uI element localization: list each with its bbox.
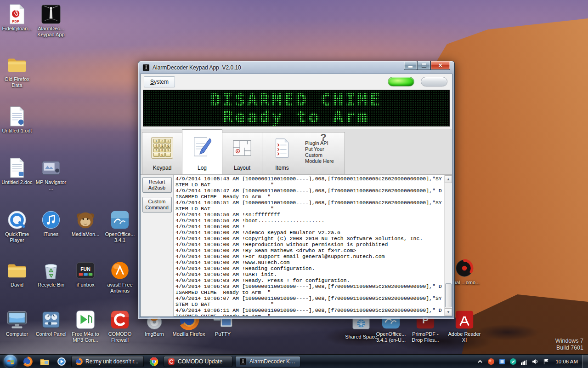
desktop-icon[interactable]: MP Navigator ... [34, 157, 68, 191]
desktop-icon-label: David [0, 282, 34, 288]
log-view: Restart Ad2usbCustom Command 4/9/2014 10… [141, 175, 452, 316]
tab-log[interactable]: Log [182, 129, 222, 174]
adobereader-icon [454, 309, 475, 330]
tab-keypad-label: Keypad [153, 163, 172, 174]
svg-text:PDF: PDF [12, 19, 19, 23]
desktop-icon[interactable]: Computer [0, 309, 34, 337]
log-output[interactable]: 4/9/2014 10:05:43 AM [1000000110010000--… [174, 175, 452, 316]
desktop-icon[interactable]: FUN iFunbox [69, 260, 102, 288]
tray-app-icon-teal[interactable] [509, 358, 517, 365]
desktop-icon-label: iTunes [34, 231, 68, 237]
log-line: 4/9/2014 10:06:00 AM !Copyright (C) 2008… [175, 236, 443, 242]
taskbar-clock[interactable]: 10:06 AM [555, 359, 578, 364]
log-text: 4/9/2014 10:05:43 AM [1000000110010000--… [175, 176, 443, 316]
tab-layout[interactable]: Layout [222, 132, 262, 174]
taskbar-button-label: COMODO Update [178, 358, 222, 365]
action-center-flag-icon[interactable] [543, 358, 550, 365]
taskbar-button[interactable]: AlarmDecoder Keypa... [235, 356, 300, 367]
keypad-icon: 1234567890 [153, 139, 171, 157]
desktop-icon[interactable]: OpenOffice... 3.4.1 [103, 209, 136, 243]
tab-items[interactable]: Items [262, 132, 302, 174]
desktop-icon[interactable]: Free M4a to MP3 Con... [69, 309, 102, 343]
show-hidden-icons-chevron[interactable] [476, 358, 484, 365]
log-line: 4/9/2014 10:05:56 AM !boot..............… [175, 218, 443, 224]
log-scrollbar[interactable]: ▲ ▼ [444, 175, 452, 316]
taskbar-pinned-chrome[interactable] [147, 356, 161, 368]
start-button[interactable] [4, 355, 17, 368]
taskbar-pinned-explorer[interactable] [37, 356, 51, 368]
menu-system[interactable]: System [144, 76, 175, 87]
status-led-green[interactable] [388, 77, 414, 86]
desktop-icon[interactable]: AlarmDec... Keypad App [34, 4, 68, 38]
network-icon[interactable] [520, 358, 528, 365]
taskbar-button[interactable]: COMODO Update [164, 356, 232, 367]
toolbar-filler [345, 129, 452, 174]
log-line: 4/9/2014 10:06:11 AM [1000000110010000--… [175, 307, 443, 316]
tab-keypad[interactable]: 1234567890 Keypad [142, 132, 182, 174]
log-line: 4/9/2014 10:06:07 AM [1000000110010000--… [175, 295, 443, 307]
desktop-icon-label: PrimoPDF - Drop Files... [409, 331, 442, 343]
maximize-button[interactable] [417, 61, 430, 70]
tray-app-icon-orange[interactable] [487, 358, 495, 365]
desktop-icon[interactable]: Old Firefox Data [0, 54, 34, 88]
log-line: 4/9/2014 10:06:00 AM !UART init. [175, 271, 443, 277]
desktop-icon-label: Recycle Bin [34, 282, 68, 288]
display-line-1: DISARMED CHIME [143, 91, 449, 108]
log-line: 4/9/2014 10:05:47 AM [1000000110010000--… [175, 188, 443, 200]
layout-icon [222, 132, 262, 163]
minimize-button[interactable] [404, 61, 417, 70]
caption-buttons: × [404, 61, 450, 70]
desktop-icon[interactable]: QuickTime Player [0, 209, 34, 243]
log-icon [182, 130, 222, 163]
view-toolbar: 1234567890 Keypad Log Layout Items [141, 129, 452, 175]
desktop-icon[interactable]: Recycle Bin [34, 260, 68, 288]
comodo-icon [168, 358, 175, 365]
show-desktop-button[interactable] [582, 355, 588, 368]
status-led-gray[interactable] [421, 77, 447, 86]
log-line: 4/9/2014 10:06:00 AM !Reproduction witho… [175, 242, 443, 247]
status-toggles [388, 77, 447, 86]
taskbar-pinned-firefox[interactable] [20, 356, 34, 368]
tray-app-icon-blue[interactable] [498, 358, 506, 365]
pdf-icon: PDF [6, 4, 28, 25]
comodo-icon [109, 309, 130, 330]
desktop-icon[interactable]: PDF Fidelityloan... [0, 4, 34, 32]
plugin-line: Module Here [305, 158, 342, 164]
log-line: 4/9/2014 10:05:51 AM [1000000110010000--… [175, 200, 443, 212]
controlpanel-icon [40, 309, 62, 330]
log-sidebar: Restart Ad2usbCustom Command [141, 175, 174, 316]
desktop-icon[interactable]: COMODO Firewall [103, 309, 136, 343]
desktop-icon-label: OpenOffice... 3.4.1 [103, 231, 136, 243]
mpnav-icon [40, 157, 62, 178]
desktop-icon[interactable]: David [0, 260, 34, 288]
scroll-down-icon[interactable]: ▼ [445, 308, 452, 316]
window-title: AlarmDecoder Keypad App V2.0.10 [153, 64, 241, 71]
desktop-icon[interactable]: Control Panel [34, 309, 68, 337]
plugin-api-slot[interactable]: ? Plugin API Put Your Custom Module Here [302, 132, 345, 174]
taskbar-button[interactable]: Re:my unit doesn't r... [71, 356, 144, 367]
ifunbox-icon: FUN [75, 260, 96, 281]
sidebar-button[interactable]: Restart Ad2usb [142, 177, 172, 193]
volume-icon[interactable] [531, 358, 539, 365]
desktop-surface[interactable]: PDF Fidelityloan... AlarmDec... Keypad A… [0, 0, 588, 368]
desktop-icon[interactable]: iTunes [34, 209, 68, 237]
desktop-icon[interactable]: Untitled 1.odt [0, 106, 34, 134]
desktop-icon[interactable]: Untitled 2.doc [0, 157, 34, 185]
itunes-icon [40, 209, 62, 230]
desktop-icon[interactable]: avast! Free Antivirus [103, 260, 136, 294]
explorer-folder-icon [40, 356, 50, 367]
desktop-icon-label: Fidelityloan... [0, 26, 34, 32]
scroll-up-icon[interactable]: ▲ [445, 175, 452, 183]
scrollbar-thumb[interactable] [445, 283, 452, 307]
quicktime-icon [6, 209, 28, 230]
desktop-icon-label: OpenOffice... 3.4.1 (en-U... [374, 331, 407, 343]
close-button[interactable]: × [430, 61, 450, 70]
desktop-icon[interactable]: MediaMon... [69, 209, 102, 237]
avast-icon [109, 260, 130, 281]
log-line: 4/9/2014 10:06:00 AM !Ademco Keypad Emul… [175, 230, 443, 236]
question-icon: ? [305, 134, 342, 140]
taskbar-pinned-media-player[interactable] [54, 356, 68, 368]
recycle-icon [40, 260, 62, 281]
sidebar-button[interactable]: Custom Command [142, 197, 172, 213]
windows-start-icon [6, 357, 15, 366]
